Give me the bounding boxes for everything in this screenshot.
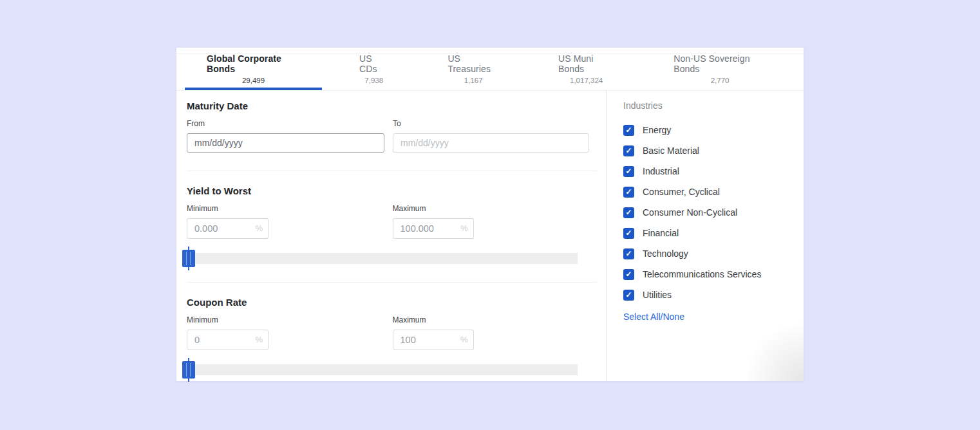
tab-count: 7,938 — [364, 77, 383, 84]
checkbox-checked[interactable]: ✓ — [623, 145, 634, 156]
industries-heading: Industries — [623, 100, 804, 111]
checkbox-checked[interactable]: ✓ — [623, 228, 634, 239]
yield-to-worst-heading: Yield to Worst — [187, 185, 597, 196]
check-icon: ✓ — [625, 270, 632, 278]
select-all-none-link[interactable]: Select All/None — [623, 312, 684, 322]
checkbox-checked[interactable]: ✓ — [623, 290, 634, 301]
maturity-to-input[interactable] — [393, 133, 589, 153]
industry-item-industrial[interactable]: ✓ Industrial — [623, 161, 804, 182]
tab-label: US CDs — [359, 53, 388, 74]
minimum-label: Minimum — [187, 315, 393, 324]
check-icon: ✓ — [625, 209, 632, 216]
check-icon: ✓ — [625, 147, 632, 154]
industry-item-financial[interactable]: ✓ Financial — [623, 223, 804, 243]
checkbox-checked[interactable]: ✓ — [623, 166, 634, 177]
industry-label: Financial — [643, 228, 679, 238]
industry-item-energy[interactable]: ✓ Energy — [623, 120, 804, 140]
tab-count: 29,499 — [242, 77, 265, 84]
yield-range-slider[interactable] — [182, 253, 578, 264]
check-icon: ✓ — [625, 126, 632, 134]
slider-track[interactable] — [182, 253, 578, 264]
industry-item-telecommunications-services[interactable]: ✓ Telecommunications Services — [623, 264, 804, 285]
maturity-from-input[interactable] — [187, 133, 384, 153]
tab-count: 1,167 — [464, 77, 483, 84]
check-icon: ✓ — [625, 167, 632, 175]
industry-item-basic-material[interactable]: ✓ Basic Material — [623, 140, 804, 161]
industry-label: Basic Material — [643, 145, 699, 156]
industry-label: Energy — [643, 125, 671, 135]
percent-unit: % — [460, 223, 468, 233]
tab-label: US Treasuries — [448, 53, 499, 74]
maximum-label: Maximum — [393, 204, 598, 213]
industry-item-technology[interactable]: ✓ Technology — [623, 243, 804, 264]
checkbox-checked[interactable]: ✓ — [623, 187, 634, 198]
percent-unit: % — [255, 335, 263, 344]
industry-item-utilities[interactable]: ✓ Utilities — [623, 285, 804, 305]
from-label: From — [187, 119, 384, 128]
slider-handle[interactable] — [182, 361, 195, 379]
industry-label: Technology — [643, 248, 688, 259]
checkbox-checked[interactable]: ✓ — [623, 248, 634, 259]
check-icon: ✓ — [625, 229, 632, 237]
industries-panel: Industries ✓ Energy ✓ Basic Material ✓ I… — [607, 91, 804, 381]
check-icon: ✓ — [625, 291, 632, 299]
check-icon: ✓ — [625, 250, 632, 257]
maximum-label: Maximum — [393, 315, 598, 324]
slider-track[interactable] — [182, 364, 578, 375]
tab-count: 1,017,324 — [570, 77, 603, 84]
tab-label: US Muni Bonds — [558, 53, 614, 74]
tab-count: 2,770 — [711, 77, 730, 84]
percent-unit: % — [255, 223, 263, 233]
coupon-range-slider[interactable] — [182, 364, 578, 375]
section-divider — [187, 282, 597, 283]
percent-unit: % — [460, 335, 468, 344]
checkbox-checked[interactable]: ✓ — [623, 207, 634, 218]
checkbox-checked[interactable]: ✓ — [623, 125, 634, 136]
to-label: To — [393, 119, 589, 128]
industry-label: Consumer, Cyclical — [643, 187, 720, 197]
coupon-rate-heading: Coupon Rate — [187, 297, 597, 308]
checkbox-checked[interactable]: ✓ — [623, 269, 634, 280]
tab-label: Global Corporate Bonds — [207, 53, 300, 74]
tab-label: Non-US Sovereign Bonds — [674, 53, 766, 74]
minimum-label: Minimum — [187, 204, 393, 213]
asset-class-tabbar: Global Corporate Bonds 29,499 US CDs 7,9… — [176, 48, 804, 91]
industry-label: Utilities — [643, 290, 672, 300]
bond-screener-card: Global Corporate Bonds 29,499 US CDs 7,9… — [176, 48, 804, 381]
industry-label: Telecommunications Services — [643, 269, 761, 279]
section-divider — [187, 171, 597, 171]
industry-label: Industrial — [643, 166, 679, 176]
filters-panel: Maturity Date From To Yield to Worst Min… — [176, 91, 607, 381]
industry-label: Consumer Non-Cyclical — [643, 207, 737, 218]
industry-item-consumer-cyclical[interactable]: ✓ Consumer, Cyclical — [623, 182, 804, 202]
maturity-date-heading: Maturity Date — [187, 100, 597, 111]
card-top-divider — [176, 53, 804, 54]
industry-item-consumer-non-cyclical[interactable]: ✓ Consumer Non-Cyclical — [623, 202, 804, 223]
check-icon: ✓ — [625, 188, 632, 196]
slider-handle[interactable] — [182, 250, 195, 267]
